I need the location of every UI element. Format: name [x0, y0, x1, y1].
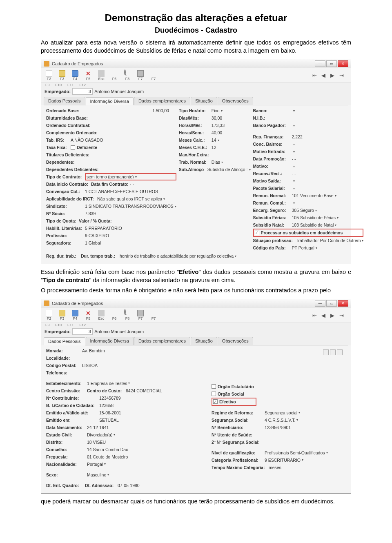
- orgao-estatutario-checkbox[interactable]: Orgão Estatutário: [212, 384, 254, 389]
- tab-dados-pessoais[interactable]: Dados Pessoais: [44, 337, 85, 345]
- empregado-id[interactable]: 3: [72, 88, 93, 95]
- empregado-label: Empregado:: [45, 329, 71, 334]
- titlebar: Cadastro de Empregados — ▭ ✕: [41, 59, 351, 68]
- tb-print[interactable]: F7: [135, 310, 146, 320]
- tb-f6[interactable]: F6: [109, 310, 120, 320]
- tab-informacao-diversa[interactable]: Informação Diversa: [86, 337, 134, 345]
- minimize-button[interactable]: —: [315, 60, 325, 67]
- tb-print[interactable]: F7: [135, 70, 146, 81]
- tipo-contrato-field[interactable]: sem termo (permanente): [85, 173, 176, 180]
- photo-icon[interactable]: [323, 349, 329, 355]
- para-3: O processamento desta forma não é obriga…: [41, 287, 351, 295]
- nav-prev-icon[interactable]: ◀: [320, 312, 327, 318]
- nav-last-icon[interactable]: ⇥: [338, 312, 345, 318]
- tab-situacao[interactable]: Situação: [191, 97, 217, 105]
- nav-next-icon[interactable]: ▶: [329, 312, 336, 318]
- tab-dados-complementares[interactable]: Dados complementares: [134, 97, 190, 105]
- tab-dados-pessoais[interactable]: Dados Pessoais: [44, 97, 85, 105]
- tab-observacoes[interactable]: Observações: [218, 97, 253, 105]
- tb-f7b[interactable]: F7: [148, 310, 159, 320]
- titlebar: Cadastro de Empregados — ▭ ✕: [41, 299, 351, 308]
- nav-last-icon[interactable]: ⇥: [338, 72, 345, 78]
- toolbar: F2 F3 F4 ✕F5 Esc F6 F8 F7 F7 ⇤ ◀ ▶ ⇥: [41, 308, 351, 323]
- tb-search[interactable]: F8: [122, 70, 133, 81]
- tabs: Dados Pessoais Informação Diversa Dados …: [44, 337, 348, 345]
- intro-paragraph: Ao atualizar para esta nova versão o sis…: [41, 39, 351, 55]
- nav-next-icon[interactable]: ▶: [329, 72, 336, 78]
- tb-esc[interactable]: Esc: [96, 310, 107, 320]
- page-title: Demonstração das alterações a efetuar: [41, 12, 351, 24]
- empregado-id[interactable]: 3: [72, 328, 93, 335]
- para-2: Essa definição será feita com base nos p…: [41, 268, 351, 284]
- tb-f6[interactable]: F6: [109, 70, 120, 81]
- tb-esc[interactable]: Esc: [96, 70, 107, 81]
- tb-search[interactable]: F8: [122, 310, 133, 320]
- processar-duodecimos-checkbox[interactable]: Processar os subsídios em doudécimos: [255, 230, 343, 235]
- window-title: Cadastro de Empregados: [52, 301, 103, 306]
- tb-new[interactable]: F2: [44, 70, 54, 81]
- tb-open[interactable]: F3: [57, 310, 67, 320]
- scan-icon[interactable]: [330, 349, 336, 355]
- deficiente-checkbox[interactable]: Deficiente: [71, 145, 97, 150]
- close-button[interactable]: ✕: [338, 300, 348, 307]
- tb-delete[interactable]: ✕F5: [83, 70, 94, 81]
- efectivo-checkbox[interactable]: Efectivo: [213, 399, 236, 404]
- tb-new[interactable]: F2: [44, 310, 54, 320]
- tab-observacoes[interactable]: Observações: [218, 337, 253, 345]
- tb-open[interactable]: F3: [57, 70, 67, 81]
- empregado-name: Antonio Manuel Joaquim: [94, 89, 144, 94]
- tb-save[interactable]: F4: [70, 70, 80, 81]
- nav-first-icon[interactable]: ⇤: [311, 312, 318, 318]
- tab-situacao[interactable]: Situação: [191, 337, 217, 345]
- nav-first-icon[interactable]: ⇤: [311, 72, 318, 78]
- app-icon: [44, 61, 49, 67]
- empregado-name: Antonio Manuel Joaquim: [94, 329, 144, 334]
- window-cadastro-2: Cadastro de Empregados — ▭ ✕ F2 F3 F4 ✕F…: [41, 299, 351, 494]
- nav-prev-icon[interactable]: ◀: [320, 72, 327, 78]
- minimize-button[interactable]: —: [315, 300, 325, 307]
- window-cadastro-1: Cadastro de Empregados — ▭ ✕ F2 F3 F4 ✕F…: [41, 59, 351, 264]
- window-title: Cadastro de Empregados: [52, 61, 103, 66]
- tab-dados-complementares[interactable]: Dados complementares: [134, 337, 190, 345]
- close-button[interactable]: ✕: [338, 60, 348, 67]
- orgao-social-checkbox[interactable]: Orgão Social: [212, 392, 244, 396]
- folder-icon[interactable]: [337, 349, 343, 355]
- maximize-button[interactable]: ▭: [326, 300, 337, 307]
- empregado-label: Empregado:: [45, 89, 71, 94]
- toolbar: F2 F3 F4 ✕F5 Esc F6 F8 F7 F7 ⇤ ◀ ▶ ⇥: [41, 68, 351, 83]
- para-4: que poderá marcar ou desmarcar quais os …: [41, 498, 351, 506]
- tb-save[interactable]: F4: [70, 310, 80, 320]
- page-subtitle: Duodécimos - Cadastro: [41, 26, 351, 35]
- maximize-button[interactable]: ▭: [326, 60, 337, 67]
- tab-informacao-diversa[interactable]: Informação Diversa: [86, 97, 134, 105]
- app-icon: [44, 300, 49, 306]
- tb-delete[interactable]: ✕F5: [83, 310, 94, 320]
- tabs: Dados Pessoais Informação Diversa Dados …: [44, 97, 348, 105]
- tb-f7b[interactable]: F7: [148, 70, 159, 81]
